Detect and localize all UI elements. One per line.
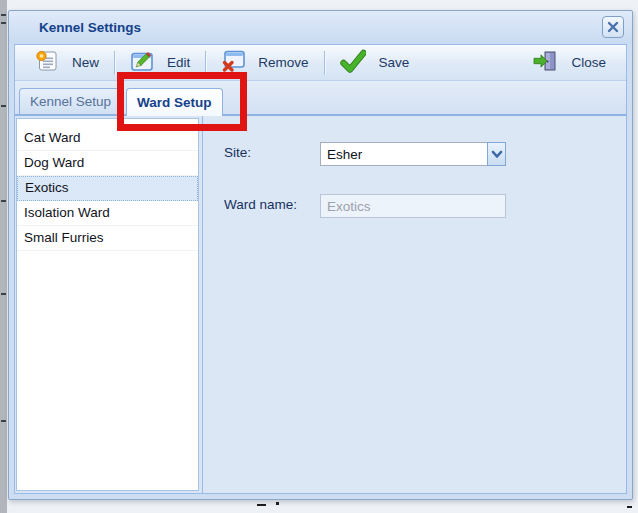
new-document-icon (35, 49, 59, 76)
background-mark (1, 200, 6, 202)
tab-kennel-setup[interactable]: Kennel Setup (19, 88, 122, 114)
edit-pencil-icon (130, 49, 154, 76)
list-item-dog-ward[interactable]: Dog Ward (17, 151, 198, 176)
window-close-button[interactable] (602, 16, 624, 38)
background-mark (1, 22, 6, 24)
list-item-isolation-ward[interactable]: Isolation Ward (17, 201, 198, 226)
edit-button-label: Edit (167, 55, 190, 70)
background-mark (1, 293, 6, 295)
close-button-label: Close (571, 55, 606, 70)
remove-window-icon (221, 49, 245, 76)
toolbar-separator (324, 51, 325, 75)
site-combo-input[interactable] (320, 142, 487, 166)
close-x-icon (607, 21, 619, 33)
site-label: Site: (224, 145, 251, 160)
background-mark (1, 105, 6, 107)
toolbar-separator (114, 51, 115, 75)
background-mark (1, 14, 6, 16)
list-item-exotics[interactable]: Exotics (17, 176, 198, 201)
background-mark (276, 502, 279, 505)
list-item-cat-ward[interactable]: Cat Ward (17, 126, 198, 151)
list-item-small-furries[interactable]: Small Furries (17, 226, 198, 251)
background-mark (1, 420, 6, 422)
ward-form: Site: Ward name: (202, 116, 626, 493)
edit-button[interactable]: Edit (118, 47, 202, 78)
site-combo-trigger[interactable] (487, 142, 506, 166)
close-door-icon (532, 49, 558, 76)
window-content: New (14, 44, 627, 494)
ward-name-field[interactable] (320, 194, 506, 218)
tab-ward-setup-label: Ward Setup (137, 95, 212, 110)
close-button[interactable]: Close (520, 47, 618, 78)
save-button[interactable]: Save (328, 47, 422, 78)
toolbar: New (15, 45, 626, 81)
tab-kennel-setup-label: Kennel Setup (30, 94, 111, 109)
background-window-edge (0, 0, 7, 513)
remove-button-label: Remove (258, 55, 308, 70)
toolbar-separator (205, 51, 206, 75)
new-button[interactable]: New (23, 47, 111, 78)
site-combobox (320, 142, 506, 166)
ward-list: Cat Ward Dog Ward Exotics Isolation Ward… (16, 118, 199, 491)
remove-button[interactable]: Remove (209, 47, 320, 78)
save-checkmark-icon (340, 49, 366, 76)
screen: Kennel Settings (0, 0, 638, 513)
tab-strip: Kennel Setup Ward Setup (15, 81, 626, 116)
ward-setup-panel: Cat Ward Dog Ward Exotics Isolation Ward… (15, 116, 626, 493)
background-mark (257, 504, 266, 506)
background-mark (627, 506, 632, 508)
ward-name-label: Ward name: (224, 197, 297, 212)
window-title: Kennel Settings (39, 20, 141, 35)
tab-ward-setup[interactable]: Ward Setup (126, 88, 223, 116)
kennel-settings-window: Kennel Settings (8, 10, 633, 500)
window-titlebar[interactable]: Kennel Settings (9, 11, 632, 44)
new-button-label: New (72, 55, 99, 70)
save-button-label: Save (379, 55, 410, 70)
chevron-down-icon (490, 149, 504, 160)
